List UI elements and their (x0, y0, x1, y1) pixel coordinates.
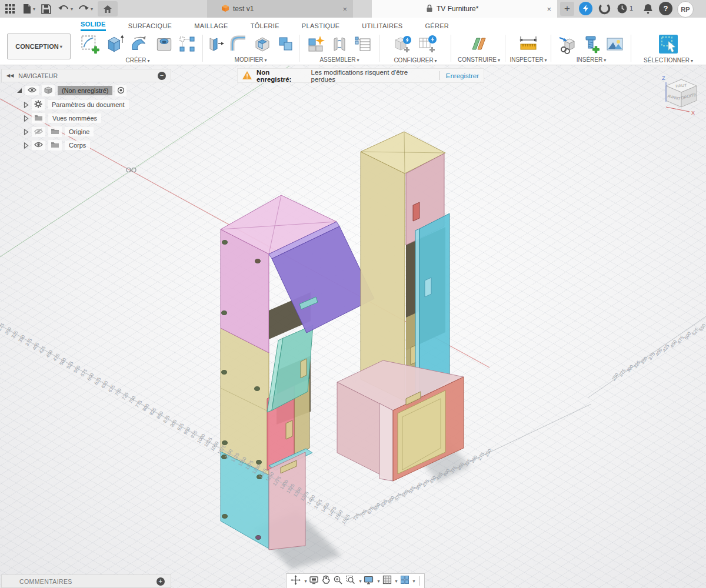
joint-button[interactable] (329, 34, 349, 56)
group-label-selectionner[interactable]: SÉLECTIONNER (644, 57, 690, 64)
tab-plastique[interactable]: PLASTIQUE (302, 21, 339, 29)
door-handle (425, 278, 431, 297)
model-scene[interactable] (0, 65, 706, 588)
group-label-assembler[interactable]: ASSEMBLER (319, 56, 355, 63)
insert-image-button[interactable] (605, 34, 625, 56)
navigator-header[interactable]: ◀◀ NAVIGATEUR − (1, 69, 171, 82)
tree-item-label[interactable]: Vues nommées (48, 113, 101, 123)
history-clock-icon[interactable] (615, 2, 629, 15)
bom-table-button[interactable] (353, 34, 373, 56)
save-link[interactable]: Enregistrer (446, 72, 479, 79)
hole-button[interactable] (154, 34, 175, 57)
undo-icon[interactable]: ▾ (58, 0, 73, 18)
save-icon[interactable] (41, 0, 51, 18)
revolve-button[interactable] (129, 34, 150, 57)
construct-plane-button[interactable] (469, 34, 489, 56)
tree-item-origin[interactable]: Origine (24, 126, 94, 138)
extensions-icon[interactable] (579, 2, 592, 15)
tree-item-root[interactable]: (Non enregistré) (16, 85, 126, 96)
viewports-icon[interactable] (400, 575, 409, 587)
create-sketch-button[interactable] (79, 34, 101, 57)
comments-panel-header[interactable]: COMMENTAIRES + (1, 574, 171, 588)
tab-solide[interactable]: SOLIDE (81, 19, 106, 31)
file-menu-icon[interactable]: ▾ (22, 0, 35, 18)
combine-button[interactable] (276, 34, 296, 56)
collapsed-arrow-icon[interactable] (24, 102, 29, 108)
insert-derive-button[interactable] (558, 34, 578, 56)
document-tab-active[interactable]: TV Furniture* × (372, 0, 557, 18)
viewcube-z-axis-label: Z (662, 75, 665, 81)
tree-item-label[interactable]: Paramètres du document (48, 100, 129, 109)
tab-utilitaires[interactable]: UTILITAIRES (362, 21, 402, 29)
tree-item-label[interactable]: Corps (65, 141, 90, 150)
collapsed-arrow-icon[interactable] (24, 142, 29, 149)
group-label-creer[interactable]: CRÉER (125, 57, 146, 64)
tab-gerer[interactable]: GÉRER (425, 21, 449, 29)
group-label-construire[interactable]: CONSTRUIRE (458, 56, 497, 63)
notifications-bell-icon[interactable] (641, 2, 655, 15)
orbit-icon[interactable] (291, 575, 301, 587)
warning-title: Non enregistré: (257, 69, 307, 83)
redo-icon[interactable]: ▾ (78, 0, 93, 18)
collapsed-arrow-icon[interactable] (24, 115, 29, 122)
help-icon[interactable]: ? (659, 2, 672, 15)
visibility-eye-icon[interactable] (25, 86, 39, 95)
visibility-eye-off-icon[interactable] (32, 127, 45, 137)
group-label-inspecter[interactable]: INSPECTER (509, 56, 543, 63)
pan-icon[interactable] (321, 575, 331, 587)
viewcube-top-label[interactable]: HAUT (675, 83, 687, 88)
workspace-selector[interactable]: CONCEPTION▾ (7, 34, 71, 59)
component-icon (42, 85, 55, 96)
new-tab-icon[interactable]: + (560, 2, 574, 16)
zoom-window-icon[interactable] (345, 575, 355, 587)
tree-item-named-views[interactable]: Vues nommées (24, 112, 101, 124)
group-label-modifier[interactable]: MODIFIER (235, 56, 264, 63)
warning-message: Les modifications risquent d'être perdue… (311, 69, 434, 83)
zoom-icon[interactable] (333, 575, 343, 587)
pattern-button[interactable] (178, 35, 196, 55)
press-pull-button[interactable] (205, 34, 225, 56)
group-label-configurer[interactable]: CONFIGURER (394, 57, 433, 64)
collapsed-arrow-icon[interactable] (24, 129, 29, 135)
tab-surfacique[interactable]: SURFACIQUE (128, 21, 172, 29)
activate-radio-icon[interactable] (115, 85, 126, 96)
measure-button[interactable] (518, 34, 538, 56)
new-component-button[interactable] (306, 34, 326, 56)
app-grid-icon[interactable] (5, 0, 15, 18)
look-at-icon[interactable] (309, 576, 319, 587)
panel-minus-icon[interactable]: − (158, 72, 166, 80)
configure-table-button[interactable] (417, 34, 438, 57)
door-handle (301, 359, 307, 378)
expand-arrow-icon[interactable] (16, 88, 22, 93)
home-view-icon[interactable] (98, 1, 118, 16)
tree-item-label[interactable]: (Non enregistré) (58, 86, 112, 95)
display-settings-icon[interactable] (364, 576, 374, 587)
shell-button[interactable] (252, 34, 272, 56)
tab-tolerie[interactable]: TÔLERIE (251, 21, 279, 29)
tree-item-label[interactable]: Origine (65, 127, 94, 136)
configure-design-button[interactable] (392, 34, 414, 57)
close-tab-icon[interactable]: × (547, 5, 551, 14)
navigator-title: NAVIGATEUR (18, 72, 58, 79)
visibility-eye-icon[interactable] (32, 141, 45, 150)
fillet-button[interactable] (229, 34, 249, 56)
grid-settings-icon[interactable] (382, 575, 392, 587)
panel-plus-icon[interactable]: + (156, 577, 165, 586)
viewcube[interactable]: HAUT AVANT DROITE Z X (658, 71, 705, 118)
tree-item-bodies[interactable]: Corps (24, 139, 90, 151)
document-tab[interactable]: test v1 × (207, 0, 353, 18)
insert-fastener-button[interactable] (581, 34, 601, 56)
left-cabinet[interactable] (221, 195, 374, 550)
extrude-button[interactable] (104, 34, 125, 57)
tab-maillage[interactable]: MAILLAGE (194, 21, 228, 29)
select-button[interactable] (657, 33, 680, 58)
avatar[interactable]: RP (677, 1, 694, 18)
close-tab-icon[interactable]: × (342, 5, 347, 14)
collapse-panel-icon[interactable]: ◀◀ (6, 73, 14, 78)
gear-icon (32, 99, 45, 111)
group-label-inserer[interactable]: INSÉRER (577, 56, 602, 63)
tree-item-document-settings[interactable]: Paramètres du document (24, 99, 129, 111)
job-status-icon[interactable] (598, 2, 611, 15)
warning-icon (242, 71, 252, 81)
folder-icon (48, 140, 62, 151)
